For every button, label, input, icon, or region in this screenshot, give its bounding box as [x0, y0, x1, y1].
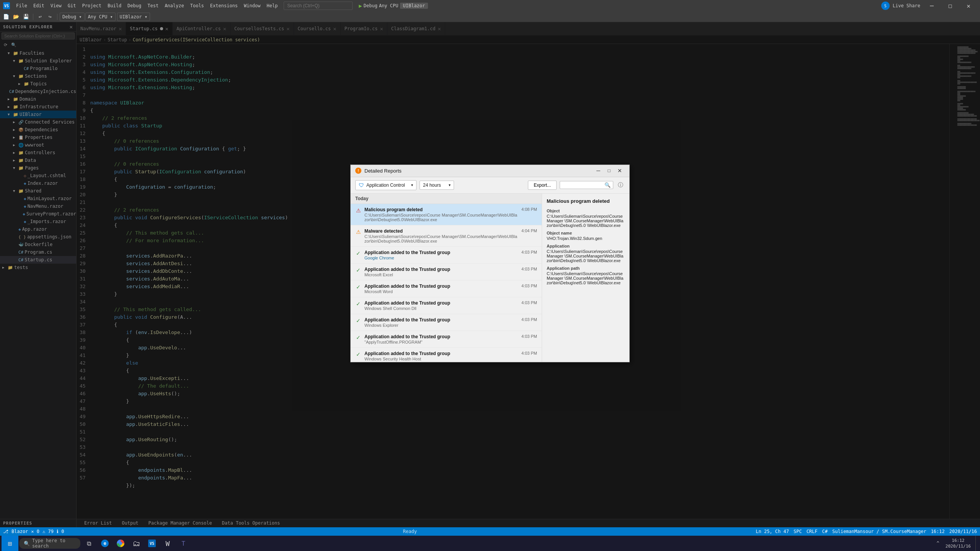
close-btn[interactable]: ✕ [960, 0, 977, 11]
event-sub-3: Microsoft Excel [364, 272, 518, 277]
error-count[interactable]: ✕ 0 [31, 529, 39, 534]
taskbar-edge[interactable]: e [97, 536, 113, 551]
info-count[interactable]: ℹ 0 [57, 529, 64, 534]
dialog-search-input[interactable] [562, 183, 604, 188]
event-sub-1: C:\Users\Sulieman\Source\repos\Course Ma… [364, 234, 518, 243]
menu-analyze[interactable]: Analyze [162, 0, 187, 11]
menu-file[interactable]: File [13, 0, 30, 11]
taskbar: ⊞ 🔍 Type here to search ⧉ e 🗂 VS W T ^ 1… [0, 536, 980, 551]
event-time-6: 4:03 PM [521, 317, 537, 322]
debug-run-btn[interactable]: ▶ [359, 3, 362, 9]
detail-field-objname-value: VHO:Trojan.Win32.Sdum.gen [547, 236, 625, 241]
event-time-5: 4:03 PM [521, 300, 537, 305]
time-dropdown[interactable]: 24 hours ▾ [420, 181, 454, 190]
event-title-6: Application added to the Trusted group [364, 317, 518, 323]
menu-build[interactable]: Build [105, 0, 124, 11]
search-taskbar[interactable]: 🔍 Type here to search [19, 538, 80, 549]
detail-field-app-value: C:\Users\Sulieman\Source\repos\Course Ma… [547, 249, 625, 263]
lang-label[interactable]: C# [822, 529, 828, 534]
event-item-3[interactable]: ✓ Application added to the Trusted group… [351, 264, 542, 280]
crlf-label[interactable]: CRLF [807, 529, 818, 534]
show-desktop[interactable] [975, 536, 978, 551]
open-folder-btn[interactable]: 📂 [11, 12, 21, 21]
warning-count[interactable]: ⚠ 79 [42, 529, 54, 534]
menu-debug[interactable]: Debug [124, 0, 144, 11]
menu-window[interactable]: Window [241, 0, 263, 11]
event-item-2[interactable]: ✓ Application added to the Trusted group… [351, 247, 542, 264]
project-dropdown[interactable]: UIBlazor ▾ [117, 13, 150, 21]
event-item-8[interactable]: ✓ Application added to the Trusted group… [351, 348, 542, 362]
dialog-body: Today ⚠ Malicious program deleted C:\Use… [351, 194, 629, 362]
event-icon-info-8: ✓ [355, 351, 361, 357]
datetime-label: 16:12 [931, 529, 945, 534]
event-title-7: Application added to the Trusted group [364, 334, 518, 339]
debug-config-dropdown[interactable]: Debug ▾ [60, 13, 85, 21]
event-item-6[interactable]: ✓ Application added to the Trusted group… [351, 314, 542, 331]
taskbar-explorer[interactable]: 🗂 [129, 536, 144, 551]
dialog-title-text: Detailed Reports [364, 168, 593, 174]
menu-tools[interactable]: Tools [187, 0, 207, 11]
detail-panel: Malicious program deleted Object C:\User… [542, 194, 629, 362]
ready-label: Ready [403, 529, 417, 534]
start-button[interactable]: ⊞ [2, 536, 18, 551]
filter-label: Application Control [366, 183, 405, 188]
spc-label[interactable]: SPC [794, 529, 802, 534]
search-icon: 🔍 [604, 182, 611, 188]
dialog-minimize-btn[interactable]: ─ [593, 166, 603, 175]
event-item-1[interactable]: ⚠ Malware detected C:\Users\Sulieman\Sou… [351, 225, 542, 247]
taskbar-vscode[interactable]: VS [144, 536, 160, 551]
event-item-7[interactable]: ✓ Application added to the Trusted group… [351, 331, 542, 348]
event-title-5: Application added to the Trusted group [364, 300, 518, 306]
detail-field-objname-label: Object name [547, 231, 625, 235]
event-content-1: Malware detected C:\Users\Sulieman\Sourc… [364, 228, 518, 243]
event-item-4[interactable]: ✓ Application added to the Trusted group… [351, 280, 542, 297]
platform-dropdown[interactable]: Any CPU ▾ [85, 13, 116, 21]
minimize-btn[interactable]: ─ [923, 0, 940, 11]
menu-extensions[interactable]: Extensions [207, 0, 241, 11]
event-time-2: 4:03 PM [521, 250, 537, 254]
live-share-btn[interactable]: Live Share [891, 3, 922, 8]
events-today-header: Today [351, 194, 542, 204]
search-taskbar-label: Type here to search [32, 538, 76, 549]
global-search[interactable] [284, 2, 353, 10]
user-avatar[interactable]: S [881, 2, 890, 10]
branch-name[interactable]: Blazor [11, 529, 28, 534]
dialog-maximize-btn[interactable]: □ [604, 166, 614, 175]
export-button[interactable]: Export... [528, 181, 557, 190]
menu-help[interactable]: Help [263, 0, 281, 11]
taskbar-chrome[interactable] [113, 536, 128, 551]
save-btn[interactable]: 💾 [21, 12, 31, 21]
menu-test[interactable]: Test [144, 0, 162, 11]
maximize-btn[interactable]: □ [942, 0, 959, 11]
filter-dropdown[interactable]: 🛡 Application Control ▾ [355, 180, 416, 190]
dialog-search-box[interactable]: 🔍 [560, 181, 613, 189]
taskbar-word[interactable]: W [160, 536, 175, 551]
event-sub-8: Windows Security Health Host [364, 357, 518, 361]
menu-project[interactable]: Project [79, 0, 105, 11]
menu-edit[interactable]: Edit [30, 0, 47, 11]
taskview-btn[interactable]: ⧉ [81, 536, 96, 551]
event-item-5[interactable]: ✓ Application added to the Trusted group… [351, 297, 542, 314]
branch-icon[interactable]: ⎇ [3, 529, 8, 534]
menu-git[interactable]: Git [65, 0, 79, 11]
event-title-1: Malware detected [364, 228, 518, 234]
taskbar-teams[interactable]: T [176, 536, 191, 551]
time-chevron: ▾ [449, 183, 451, 187]
event-item-0[interactable]: ⚠ Malicious program deleted C:\Users\Sul… [351, 204, 542, 225]
project-label: UIBlazor [400, 3, 428, 9]
dialog-toolbar: 🛡 Application Control ▾ 24 hours ▾ Expor… [351, 177, 629, 194]
event-content-0: Malicious program deleted C:\Users\Sulie… [364, 207, 518, 222]
info-icon-btn[interactable]: ⓘ [616, 181, 625, 189]
event-title-2: Application added to the Trusted group [364, 250, 518, 255]
menu-view[interactable]: View [47, 0, 65, 11]
sys-tray[interactable]: ^ [935, 541, 941, 546]
event-icon-info-7: ✓ [355, 334, 361, 341]
redo-btn[interactable]: ↪ [46, 12, 55, 21]
event-sub-5: Windows Shell Common Dll [364, 306, 518, 311]
detail-field-object-label: Object [547, 209, 625, 213]
undo-btn[interactable]: ↩ [36, 12, 45, 21]
new-file-btn[interactable]: 📄 [2, 12, 11, 21]
event-time-3: 4:03 PM [521, 267, 537, 271]
dialog-close-btn[interactable]: ✕ [615, 166, 625, 175]
app-icon: VS [3, 2, 10, 9]
